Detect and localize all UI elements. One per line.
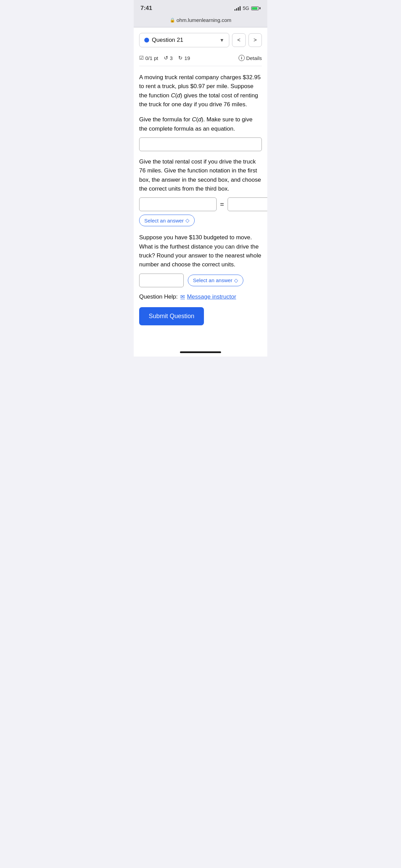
prev-question-button[interactable]: <	[232, 33, 245, 47]
score-bar: ☑ 0/1 pt ↺ 3 ↻ 19 i Details	[139, 51, 262, 66]
submit-question-button[interactable]: Submit Question	[139, 307, 204, 325]
signal-bar-3	[238, 7, 239, 11]
signal-bar-4	[240, 6, 241, 11]
signal-bar-2	[236, 8, 237, 11]
checkmark-icon: ☑	[139, 55, 144, 61]
question-part1-text: A moving truck rental company charges $3…	[139, 73, 262, 109]
envelope-icon: ✉	[180, 293, 185, 300]
details-label: Details	[246, 55, 262, 61]
signal-bar-1	[234, 9, 235, 11]
signal-bars	[234, 6, 241, 11]
select-answer-arrow-1: ◇	[185, 217, 190, 224]
question-help: Question Help: ✉ Message instructor	[139, 293, 262, 300]
select-answer-label-2: Select an answer	[193, 277, 232, 283]
main-content: Question 21 ▼ < > ☑ 0/1 pt ↺ 3 ↻ 19 i De…	[134, 27, 267, 345]
refresh-item: ↻ 19	[178, 55, 190, 61]
lock-icon: 🔒	[170, 17, 175, 23]
home-bar	[180, 351, 221, 353]
retry-icon: ↺	[164, 55, 168, 61]
select-answer-button-2[interactable]: Select an answer ◇	[188, 275, 243, 286]
details-link[interactable]: i Details	[239, 55, 262, 61]
score-value: 0/1 pt	[145, 55, 158, 61]
url-text: ohm.lumenlearning.com	[177, 17, 231, 23]
message-instructor-label: Message instructor	[187, 293, 236, 300]
question-help-label: Question Help:	[139, 293, 178, 300]
select-answer-label-1: Select an answer	[144, 218, 184, 224]
address-text: 🔒 ohm.lumenlearning.com	[139, 17, 262, 23]
refresh-count: 19	[184, 55, 190, 61]
select-answer-button-1[interactable]: Select an answer ◇	[139, 215, 195, 226]
question-selector[interactable]: Question 21 ▼	[139, 33, 229, 47]
status-right: 5G	[234, 5, 260, 11]
question-label: Question 21	[152, 37, 217, 44]
formula-input[interactable]	[139, 137, 262, 151]
sub-question-3-text: Suppose you have $130 budgeted to move. …	[139, 233, 262, 269]
question-nav: Question 21 ▼ < >	[139, 33, 262, 47]
equals-sign: =	[220, 201, 224, 208]
score-item: ☑ 0/1 pt	[139, 55, 158, 61]
status-time: 7:41	[141, 5, 152, 12]
select-answer-arrow-2: ◇	[234, 277, 238, 284]
budget-section: Suppose you have $130 budgeted to move. …	[139, 233, 262, 287]
budget-inputs-row: Select an answer ◇	[139, 274, 262, 287]
total-cost-input-row: =	[139, 197, 262, 211]
signal-type: 5G	[243, 5, 249, 11]
refresh-icon: ↻	[178, 55, 183, 61]
function-notation-input[interactable]	[139, 197, 217, 211]
next-question-button[interactable]: >	[248, 33, 262, 47]
message-instructor-link[interactable]: ✉ Message instructor	[180, 293, 236, 300]
total-cost-value-input[interactable]	[228, 197, 267, 211]
info-icon: i	[239, 55, 245, 61]
sub-question-2-text: Give the total rental cost if you drive …	[139, 157, 262, 193]
status-bar: 7:41 5G	[134, 0, 267, 14]
home-indicator	[134, 345, 267, 357]
question-status-dot	[144, 38, 149, 43]
max-distance-input[interactable]	[139, 274, 184, 287]
sub-question-1-text: Give the formula for C(d). Make sure to …	[139, 115, 262, 133]
retry-count: 3	[170, 55, 173, 61]
chevron-down-icon: ▼	[219, 37, 224, 43]
address-bar: 🔒 ohm.lumenlearning.com	[134, 14, 267, 27]
retry-item: ↺ 3	[164, 55, 173, 61]
battery-icon	[251, 7, 260, 10]
